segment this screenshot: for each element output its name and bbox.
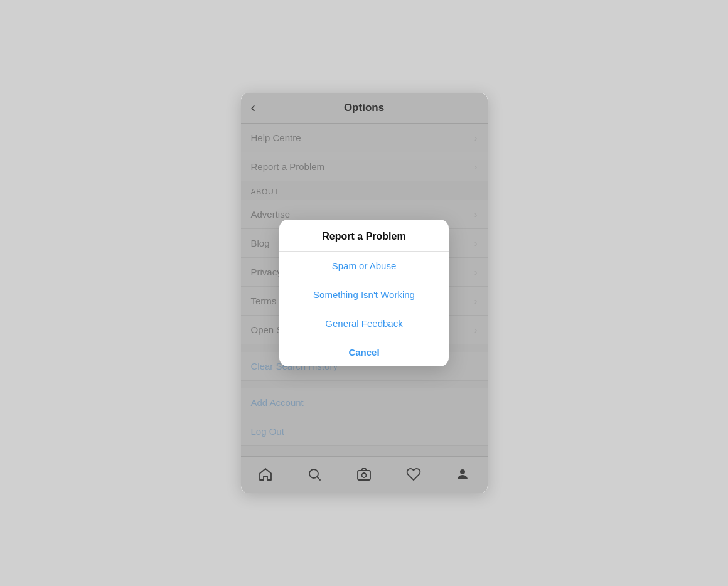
dialog-title: Report a Problem xyxy=(279,220,449,252)
dialog-option-not-working[interactable]: Something Isn't Working xyxy=(279,280,449,309)
dialog-cancel-button[interactable]: Cancel xyxy=(279,338,449,366)
dialog-option-feedback[interactable]: General Feedback xyxy=(279,309,449,338)
dialog-option-spam[interactable]: Spam or Abuse xyxy=(279,252,449,280)
report-dialog: Report a Problem Spam or Abuse Something… xyxy=(279,220,449,366)
modal-overlay: Report a Problem Spam or Abuse Something… xyxy=(241,93,488,493)
phone-frame: ‹ Options Help Centre › Report a Problem… xyxy=(241,93,488,493)
